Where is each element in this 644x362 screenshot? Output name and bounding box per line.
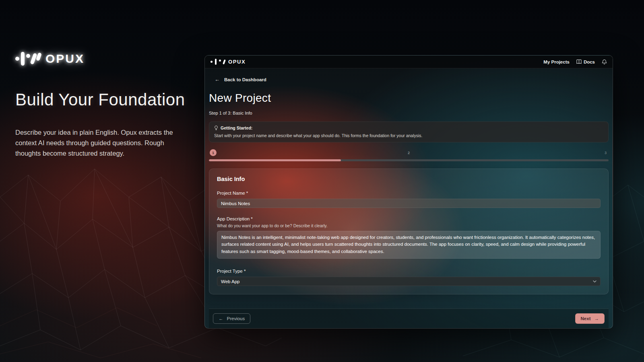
nav-link-my-projects[interactable]: My Projects — [543, 60, 570, 64]
wizard-footer: ← Previous Next → — [209, 309, 609, 328]
project-name-label: Project Name * — [217, 191, 601, 195]
lightbulb-icon — [214, 125, 218, 130]
back-to-dashboard-label: Back to Dashboard — [224, 77, 266, 82]
tip-title: Getting Started: — [221, 125, 252, 130]
previous-button[interactable]: ← Previous — [213, 313, 250, 324]
arrow-right-icon: → — [594, 316, 599, 321]
page-headline: Build Your Foundation — [15, 90, 188, 109]
next-button-label: Next — [581, 316, 591, 321]
progress-fill — [209, 159, 341, 161]
brand-name: OPUX — [45, 52, 85, 66]
progress-bar-track — [209, 159, 609, 161]
wizard-steps: 1 2 3 — [209, 149, 609, 156]
back-to-dashboard-link[interactable]: ← Back to Dashboard — [215, 76, 609, 82]
top-navbar: OPUX My Projects Docs — [205, 56, 613, 68]
project-name-input[interactable] — [217, 199, 601, 208]
tip-body: Start with your project name and describ… — [214, 133, 603, 138]
card-title: Basic Info — [217, 176, 601, 182]
nav-link-docs-label: Docs — [584, 60, 595, 64]
notifications-button[interactable] — [602, 59, 607, 65]
bell-icon — [602, 59, 607, 65]
project-type-selected-value: Web App — [221, 279, 239, 284]
step-label-2: 2 — [408, 151, 410, 155]
project-type-label: Project Type * — [217, 269, 601, 274]
navbar-brand-text: OPUX — [228, 59, 246, 65]
page-description: Describe your idea in plain English. Opu… — [15, 127, 182, 158]
basic-info-card: Basic Info Project Name * App Descriptio… — [209, 169, 609, 294]
step-label-3: 3 — [605, 151, 607, 155]
marketing-panel: OPUX Build Your Foundation Describe your… — [15, 50, 188, 158]
step-badge-1[interactable]: 1 — [210, 149, 217, 156]
nav-link-docs[interactable]: Docs — [576, 59, 595, 64]
page-title: New Project — [209, 92, 609, 105]
brand-logo: OPUX — [15, 50, 188, 68]
app-description-label: App Description * — [217, 216, 601, 221]
navbar-brand[interactable]: OPUX — [211, 59, 246, 65]
book-icon — [576, 59, 582, 64]
arrow-left-icon: ← — [219, 316, 223, 321]
opux-logo-icon — [15, 51, 41, 67]
previous-button-label: Previous — [227, 316, 245, 321]
window-content: ← Back to Dashboard New Project Step 1 o… — [205, 68, 613, 328]
navbar-actions: My Projects Docs — [543, 59, 607, 65]
chevron-down-icon — [593, 280, 597, 283]
getting-started-tip: Getting Started: Start with your project… — [209, 121, 609, 142]
project-type-select[interactable]: Web App — [217, 277, 601, 286]
step-indicator: Step 1 of 3: Basic Info — [209, 111, 609, 115]
app-description-textarea[interactable]: Nimbus Notes is an intelligent, minimali… — [217, 231, 601, 259]
app-window: OPUX My Projects Docs ← Back to Dashboar… — [204, 55, 613, 329]
app-description-help: What do you want your app to do or be? D… — [217, 223, 601, 228]
next-button[interactable]: Next → — [575, 313, 605, 324]
arrow-left-icon: ← — [215, 76, 220, 82]
